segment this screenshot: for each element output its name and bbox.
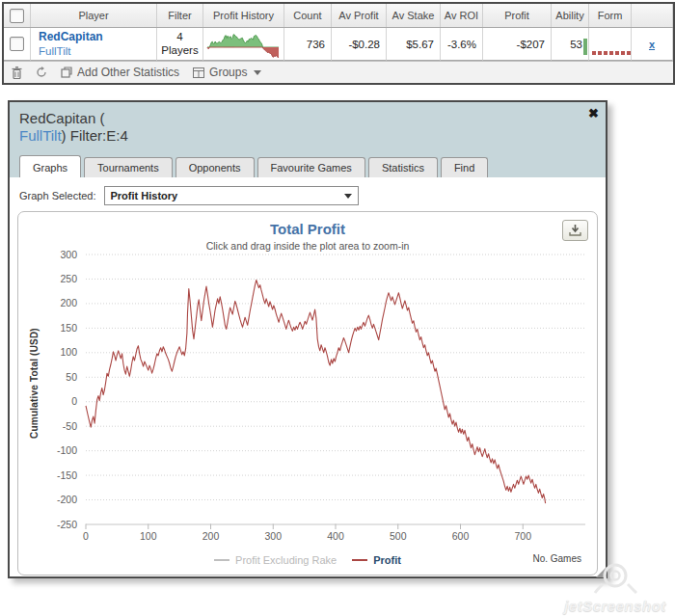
refresh-button[interactable]: [36, 67, 47, 78]
x-axis-title: No. Games: [532, 553, 581, 564]
caret-down-icon: [254, 70, 261, 75]
chart-subtitle: Click and drag inside the plot area to z…: [18, 240, 597, 252]
trash-icon: [12, 67, 22, 79]
av-profit-cell: -$0.28: [332, 28, 387, 61]
panel-body: Graph Selected: Profit History 300250200…: [10, 177, 606, 575]
player-name-link[interactable]: RedCapitan: [39, 30, 103, 44]
select-all-checkbox-cell[interactable]: [4, 4, 31, 27]
tab-tournaments[interactable]: Tournaments: [84, 157, 173, 177]
tab-bar: GraphsTournamentsOpponentsFavourite Game…: [19, 155, 488, 177]
panel-title-name: RedCapitan (: [19, 110, 104, 126]
delete-button[interactable]: [12, 67, 22, 79]
svg-text:100: 100: [60, 346, 77, 358]
copy-icon: [61, 67, 72, 78]
svg-text:600: 600: [452, 530, 470, 542]
table-row: RedCapitan FullTilt 4 Players 736 -$0.28…: [4, 28, 673, 61]
panel-title-site: FullTilt: [19, 127, 62, 144]
graph-selector-row: Graph Selected: Profit History: [10, 177, 606, 209]
open-graph-link[interactable]: x: [649, 39, 655, 50]
tab-statistics[interactable]: Statistics: [368, 157, 438, 177]
row-checkbox-cell[interactable]: [4, 28, 31, 61]
groups-button[interactable]: Groups: [193, 66, 261, 79]
chevron-down-icon: [344, 194, 352, 199]
svg-text:500: 500: [390, 530, 407, 542]
svg-text:200: 200: [202, 530, 220, 542]
svg-text:200: 200: [60, 297, 77, 308]
player-site-label: FullTilt: [39, 44, 70, 58]
filter-value: 4: [176, 31, 182, 44]
watermark-label: jetScreenshot: [557, 598, 673, 614]
column-header-profit-history[interactable]: Profit History: [203, 4, 284, 27]
av-roi-cell: -3.6%: [441, 28, 483, 61]
form-cell: [589, 28, 632, 61]
svg-text:0: 0: [71, 395, 77, 407]
player-detail-panel: RedCapitan ( FullTilt) Filter:E:4 ✖ Grap…: [8, 100, 608, 578]
refresh-icon: [36, 67, 47, 78]
legend-swatch: [214, 559, 230, 561]
groups-label: Groups: [209, 66, 247, 79]
graph-select-value: Profit History: [111, 190, 178, 201]
legend-swatch: [352, 559, 367, 561]
panel-title-filter: ) Filter:E:4: [62, 127, 128, 144]
legend-item-profit[interactable]: Profit: [352, 554, 401, 566]
player-cell[interactable]: RedCapitan FullTilt: [31, 28, 157, 61]
export-chart-button[interactable]: [562, 220, 588, 241]
resize-handle[interactable]: [596, 567, 607, 577]
legend-label: Profit: [373, 554, 401, 566]
row-checkbox[interactable]: [10, 37, 24, 51]
column-header-player[interactable]: Player: [31, 4, 157, 27]
graph-selected-label: Graph Selected:: [19, 190, 96, 201]
column-header-av-profit[interactable]: Av Profit: [332, 4, 387, 27]
svg-text:-250: -250: [57, 519, 77, 530]
tab-favourite-games[interactable]: Favourite Games: [257, 157, 365, 177]
column-header-av-roi[interactable]: Av ROI: [441, 4, 483, 27]
svg-text:150: 150: [60, 322, 77, 334]
panel-title: RedCapitan ( FullTilt) Filter:E:4: [10, 102, 606, 145]
column-header-count[interactable]: Count: [284, 4, 332, 27]
svg-text:300: 300: [264, 530, 282, 542]
tab-opponents[interactable]: Opponents: [176, 157, 255, 177]
chart-legend: Profit Excluding RakeProfit: [18, 554, 597, 566]
groups-icon: [193, 67, 204, 78]
svg-text:250: 250: [60, 273, 77, 284]
svg-text:50: 50: [66, 371, 77, 383]
filter-cell: 4 Players: [157, 28, 203, 61]
filter-unit: Players: [161, 44, 198, 58]
av-stake-cell: $5.67: [387, 28, 441, 61]
table-header-row: Player Filter Profit History Count Av Pr…: [4, 4, 673, 28]
players-table: Player Filter Profit History Count Av Pr…: [2, 2, 675, 85]
chart-plot-area[interactable]: 300250200150100500-50-100-150-200-250010…: [18, 212, 593, 575]
column-header-blank: [632, 4, 673, 27]
svg-text:700: 700: [514, 530, 531, 542]
svg-text:-200: -200: [57, 494, 77, 505]
add-other-statistics-label: Add Other Statistics: [77, 66, 179, 79]
profit-cell: -$207: [483, 28, 552, 61]
y-axis-title: Cumulative Total (USD): [29, 321, 40, 446]
form-indicator: [583, 34, 636, 55]
close-icon[interactable]: ✖: [588, 107, 599, 120]
column-header-filter[interactable]: Filter: [157, 4, 203, 27]
svg-text:400: 400: [327, 530, 344, 542]
download-icon: [569, 225, 581, 236]
panel-header: RedCapitan ( FullTilt) Filter:E:4 ✖ Grap…: [10, 102, 606, 177]
add-other-statistics-button[interactable]: Add Other Statistics: [61, 66, 179, 79]
profit-history-sparkline-cell: [203, 28, 284, 61]
graph-select-dropdown[interactable]: Profit History: [104, 186, 359, 205]
table-toolbar: Add Other Statistics Groups: [4, 61, 673, 83]
count-cell: 736: [284, 28, 332, 61]
column-header-ability[interactable]: Ability: [552, 4, 589, 27]
svg-text:-100: -100: [57, 444, 77, 456]
profit-history-sparkline: [205, 31, 283, 58]
tab-graphs[interactable]: Graphs: [19, 155, 81, 177]
legend-label: Profit Excluding Rake: [235, 554, 337, 566]
legend-item-profit-excluding-rake[interactable]: Profit Excluding Rake: [214, 554, 337, 566]
tab-find[interactable]: Find: [441, 157, 488, 177]
svg-text:0: 0: [83, 530, 89, 542]
graph-link-cell: x: [632, 28, 673, 61]
profit-chart[interactable]: 300250200150100500-50-100-150-200-250010…: [17, 211, 598, 576]
column-header-av-stake[interactable]: Av Stake: [387, 4, 441, 27]
svg-text:-50: -50: [63, 420, 77, 432]
column-header-form[interactable]: Form: [589, 4, 632, 27]
select-all-checkbox[interactable]: [10, 9, 24, 23]
column-header-profit[interactable]: Profit: [483, 4, 552, 27]
